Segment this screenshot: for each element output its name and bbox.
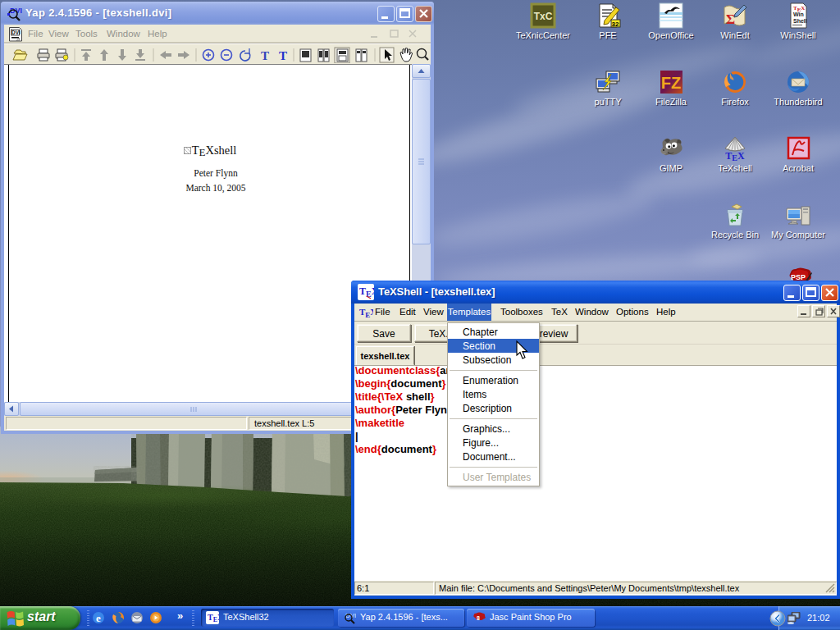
- svg-text:8: 8: [477, 615, 480, 621]
- svg-text:e: e: [96, 612, 101, 624]
- svg-text:Shell: Shell: [793, 18, 807, 24]
- svg-text:TxC: TxC: [534, 11, 553, 22]
- svg-text:32: 32: [612, 21, 619, 28]
- svg-text:TEX: TEX: [359, 307, 373, 319]
- svg-text:T: T: [261, 49, 269, 62]
- svg-text:Win: Win: [793, 11, 804, 17]
- svg-text:TEX: TEX: [725, 150, 745, 162]
- svg-text:FZ: FZ: [661, 74, 681, 92]
- svg-text:T: T: [279, 49, 287, 62]
- svg-text:Σ: Σ: [726, 11, 735, 27]
- svg-text:DVI: DVI: [11, 30, 21, 35]
